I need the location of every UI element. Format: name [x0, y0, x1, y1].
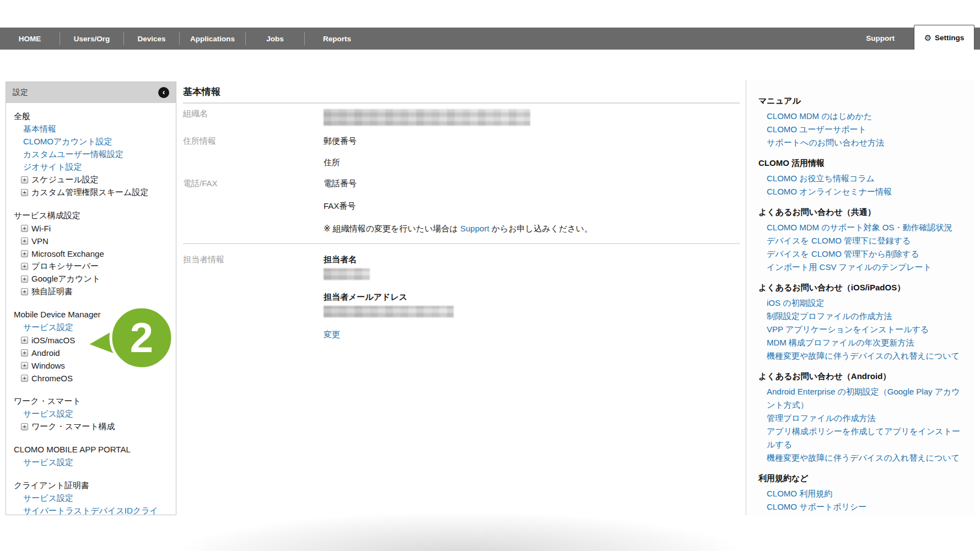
help-link[interactable]: Android Enterprise の初期設定（Google Play アカウ… — [758, 385, 968, 412]
help-link[interactable]: インポート用 CSV ファイルのテンプレート — [758, 261, 968, 274]
expand-plus-icon[interactable]: + — [21, 189, 28, 196]
tree-item[interactable]: +独自証明書 — [14, 285, 173, 298]
page-bottom-shadow — [176, 512, 744, 551]
tree-item[interactable]: CLOMOアカウント設定 — [14, 136, 173, 148]
expand-plus-icon[interactable]: + — [21, 263, 28, 270]
tab-settings[interactable]: ⚙ Settings — [914, 25, 974, 50]
nav-item-reports[interactable]: Reports — [305, 28, 369, 50]
help-link[interactable]: 機種変更や故障に伴うデバイスの入れ替えについて — [758, 349, 968, 363]
tree-item[interactable]: +VPN — [14, 235, 173, 247]
help-link[interactable]: VPP アプリケーションをインストールする — [758, 323, 968, 336]
expand-plus-icon[interactable]: + — [21, 423, 28, 430]
help-link[interactable]: 機種変更や故障に伴うデバイスの入れ替えについて — [758, 451, 968, 464]
tree-section-label: クライアント証明書 — [14, 479, 173, 492]
expand-plus-icon[interactable]: + — [21, 276, 28, 283]
tree-item-label[interactable]: カスタムユーザー情報設定 — [23, 149, 123, 160]
help-link[interactable]: デバイスを CLOMO 管理下から削除する — [758, 247, 968, 261]
collapse-sidebar-button[interactable]: ‹ — [158, 87, 169, 98]
tree-section-label: CLOMO MOBILE APP PORTAL — [14, 443, 173, 456]
help-link[interactable]: サポートへのお問い合わせ方法 — [758, 136, 968, 149]
postal-code-label: 郵便番号 — [324, 136, 740, 147]
address-row: 住所情報 郵便番号 住所 — [183, 136, 740, 168]
tree-item[interactable]: 基本情報 — [14, 123, 173, 136]
expand-plus-icon[interactable]: + — [21, 362, 28, 369]
help-link[interactable]: MDM 構成プロファイルの年次更新方法 — [758, 336, 968, 349]
help-link[interactable]: 制限設定プロファイルの作成方法 — [758, 310, 968, 323]
tree-item[interactable]: サイバートラストデバイスIDクライ — [14, 505, 173, 515]
tree-item[interactable]: サービス設定 — [14, 408, 173, 420]
expand-plus-icon[interactable]: + — [21, 349, 28, 356]
tree-item-label[interactable]: 基本情報 — [23, 124, 56, 134]
top-navigation-bar: HOMEUsers/OrgDevicesApplicationsJobsRepo… — [0, 28, 980, 50]
support-link[interactable]: Support — [460, 224, 489, 233]
help-link[interactable]: CLOMO MDM のはじめかた — [758, 110, 968, 123]
tree-item[interactable]: +iOS/macOS — [14, 334, 173, 347]
tree-item-label[interactable]: サービス設定 — [23, 493, 73, 504]
tree-item-label: ChromeOS — [31, 374, 73, 383]
tree-item[interactable]: ジオサイト設定 — [14, 161, 173, 174]
tree-item[interactable]: サービス設定 — [14, 321, 173, 334]
nav-item-devices[interactable]: Devices — [124, 28, 179, 50]
help-link[interactable]: 管理プロファイルの作成方法 — [758, 412, 968, 425]
tree-item-label[interactable]: ジオサイト設定 — [23, 162, 82, 172]
expand-plus-icon[interactable]: + — [21, 176, 28, 183]
tree-item-label: ワーク・スマート構成 — [31, 422, 115, 432]
tree-item-label[interactable]: サービス設定 — [23, 409, 73, 419]
nav-item-home[interactable]: HOME — [0, 28, 60, 50]
tree-item-label[interactable]: サービス設定 — [23, 322, 73, 333]
tree-item[interactable]: サービス設定 — [14, 456, 173, 469]
section-divider — [183, 243, 740, 244]
tree-item[interactable]: +プロキシサーバー — [14, 260, 173, 273]
tree-item[interactable]: サービス設定 — [14, 492, 173, 505]
tree-section-label: ワーク・スマート — [14, 395, 173, 408]
nav-item-users-org[interactable]: Users/Org — [60, 28, 123, 50]
contact-email-redacted-value — [324, 306, 454, 317]
tree-item-label[interactable]: CLOMOアカウント設定 — [23, 137, 112, 147]
tree-item[interactable]: +Googleアカウント — [14, 273, 173, 285]
tree-item[interactable]: +ワーク・スマート構成 — [14, 420, 173, 433]
nav-items: HOMEUsers/OrgDevicesApplicationsJobsRepo… — [0, 28, 369, 50]
help-link[interactable]: CLOMO MDM のサポート対象 OS・動作確認状況 — [758, 221, 968, 234]
help-link[interactable]: CLOMO SLA — [758, 514, 968, 515]
tree-item[interactable]: カスタムユーザー情報設定 — [14, 148, 173, 161]
tree-section: Mobile Device Managerサービス設定+iOS/macOS+An… — [14, 308, 173, 385]
settings-sidebar: 設定 ‹ 全般基本情報CLOMOアカウント設定カスタムユーザー情報設定ジオサイト… — [6, 82, 176, 515]
help-link[interactable]: デバイスを CLOMO 管理下に登録する — [758, 234, 968, 247]
expand-plus-icon[interactable]: + — [21, 225, 28, 232]
address-field-label: 住所 — [324, 157, 740, 168]
nav-item-jobs[interactable]: Jobs — [246, 28, 304, 50]
tree-item[interactable]: +スケジュール設定 — [14, 174, 173, 186]
nav-item-support[interactable]: Support — [866, 28, 895, 50]
expand-plus-icon[interactable]: + — [21, 250, 28, 257]
tree-item-label: VPN — [31, 236, 49, 246]
help-link[interactable]: CLOMO ユーザーサポート — [758, 123, 968, 136]
tree-item[interactable]: +Android — [14, 347, 173, 359]
tree-item[interactable]: +Microsoft Exchange — [14, 247, 173, 260]
nav-item-applications[interactable]: Applications — [180, 28, 245, 50]
help-section: よくあるお問い合わせ（iOS/iPadOS）iOS の初期設定制限設定プロファイ… — [758, 281, 968, 363]
tree-item-label[interactable]: サイバートラストデバイスIDクライ — [23, 506, 158, 515]
tree-item[interactable]: +Windows — [14, 359, 173, 372]
help-link[interactable]: CLOMO サポートポリシー — [758, 500, 968, 514]
expand-plus-icon[interactable]: + — [21, 337, 28, 344]
note-suffix: からお申し込みください。 — [489, 224, 593, 233]
tree-item[interactable]: +カスタム管理権限スキーム設定 — [14, 186, 173, 199]
change-link[interactable]: 変更 — [324, 329, 340, 340]
tree-item-label: iOS/macOS — [31, 336, 75, 345]
expand-plus-icon[interactable]: + — [21, 237, 28, 245]
tree-item-label[interactable]: サービス設定 — [23, 457, 73, 468]
help-link[interactable]: CLOMO オンラインセミナー情報 — [758, 185, 968, 198]
tree-item[interactable]: +Wi-Fi — [14, 222, 173, 235]
expand-plus-icon[interactable]: + — [21, 288, 28, 295]
settings-tab-label: Settings — [935, 34, 964, 42]
phone-fax-label: 電話/FAX — [183, 178, 324, 234]
expand-plus-icon[interactable]: + — [21, 375, 28, 382]
help-section-title: CLOMO 活用情報 — [758, 156, 968, 170]
help-link[interactable]: アプリ構成ポリシーを作成してアプリをインストールする — [758, 425, 968, 451]
help-link[interactable]: CLOMO 利用規約 — [758, 487, 968, 500]
contact-name-label: 担当者名 — [324, 254, 740, 265]
tree-item[interactable]: +ChromeOS — [14, 372, 173, 385]
help-link[interactable]: CLOMO お役立ち情報コラム — [758, 172, 968, 185]
help-link[interactable]: iOS の初期設定 — [758, 296, 968, 310]
title-divider — [183, 102, 740, 104]
